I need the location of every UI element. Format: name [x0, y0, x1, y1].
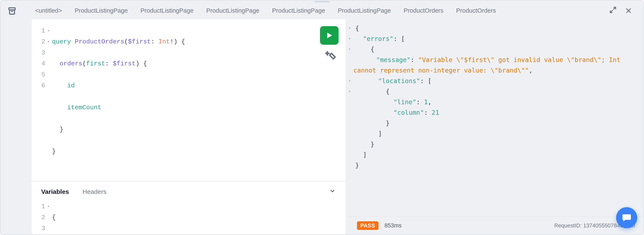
tab-product-listing-3[interactable]: ProductListingPage [206, 7, 259, 14]
prettify-icon[interactable] [325, 51, 336, 62]
app-root: <untitled> ProductListingPage ProductLis… [0, 0, 644, 235]
tab-product-listing-2[interactable]: ProductListingPage [140, 7, 194, 14]
collapse-variables-icon[interactable] [329, 187, 336, 196]
expand-icon[interactable] [609, 6, 616, 15]
top-drag-handle[interactable] [314, 0, 330, 3]
tab-variables[interactable]: Variables [41, 188, 69, 195]
close-icon[interactable]: ✕ [625, 6, 632, 15]
editor-code[interactable]: query ProductOrders($first: Int!) { orde… [52, 25, 185, 179]
tab-product-listing-4[interactable]: ProductListingPage [272, 7, 325, 14]
run-button[interactable] [320, 26, 338, 45]
results-panel: ▾{▾ "errors": [▾ { "message": "Variable … [346, 19, 644, 235]
tab-headers[interactable]: Headers [82, 188, 106, 195]
variables-panel: Variables Headers 1 2 3 ▾ [32, 181, 346, 235]
query-editor[interactable]: 1 2 3 4 5 6 ▾ ▾ [32, 19, 346, 181]
chat-launcher-icon[interactable] [616, 207, 637, 228]
svg-rect-1 [10, 10, 14, 14]
tab-product-listing-1[interactable]: ProductListingPage [74, 7, 128, 14]
editor-gutter: 1 2 3 4 5 6 [32, 25, 47, 179]
tab-bar: <untitled> ProductListingPage ProductLis… [24, 0, 644, 19]
variables-editor[interactable]: 1 2 3 ▾ { "first": "brand" } [32, 201, 346, 235]
status-badge: PASS [357, 221, 378, 230]
tab-product-orders-2[interactable]: ProductOrders [456, 7, 496, 14]
response-time: 853ms [384, 222, 402, 229]
left-rail [0, 0, 24, 235]
main-area: <untitled> ProductListingPage ProductLis… [24, 0, 644, 235]
archive-icon[interactable] [8, 7, 16, 17]
editor-fold-column: ▾ ▾ [47, 25, 52, 179]
editor-panel: 1 2 3 4 5 6 ▾ ▾ [31, 19, 346, 235]
results-json[interactable]: ▾{▾ "errors": [▾ { "message": "Variable … [348, 22, 644, 216]
tab-untitled[interactable]: <untitled> [35, 7, 62, 14]
status-bar: PASS 853ms RequestID: 13740555078401528 [348, 216, 644, 235]
tab-product-orders-1[interactable]: ProductOrders [404, 7, 444, 14]
workspace: 1 2 3 4 5 6 ▾ ▾ [24, 19, 644, 235]
tab-product-listing-5[interactable]: ProductListingPage [338, 7, 391, 14]
